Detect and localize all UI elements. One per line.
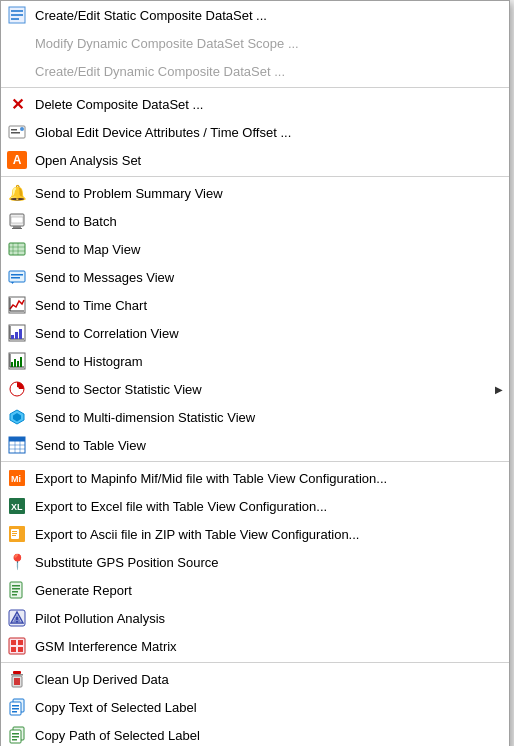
svg-rect-43 (9, 437, 25, 441)
copy-path-icon (5, 724, 29, 746)
clean-up-label: Clean Up Derived Data (35, 672, 503, 687)
export-ascii-label: Export to Ascii file in ZIP with Table V… (35, 527, 503, 542)
messages-icon (5, 266, 29, 288)
context-menu: Create/Edit Static Composite DataSet ...… (0, 0, 510, 746)
menu-item-send-correlation[interactable]: Send to Correlation View (1, 319, 509, 347)
svg-rect-15 (11, 277, 20, 279)
svg-rect-82 (12, 736, 19, 738)
menu-item-gsm-interference[interactable]: GSM Interference Matrix (1, 632, 509, 660)
separator-4 (1, 662, 509, 663)
menu-item-send-problem[interactable]: 🔔 Send to Problem Summary View (1, 179, 509, 207)
generate-report-label: Generate Report (35, 583, 503, 598)
pilot-pollution-label: Pilot Pollution Analysis (35, 611, 503, 626)
pilot-icon (5, 607, 29, 629)
menu-item-create-dynamic: Create/Edit Dynamic Composite DataSet ..… (1, 57, 509, 85)
problem-icon: 🔔 (5, 182, 29, 204)
menu-item-generate-report[interactable]: Generate Report (1, 576, 509, 604)
svg-rect-24 (15, 332, 18, 339)
send-messages-label: Send to Messages View (35, 270, 503, 285)
svg-rect-29 (11, 362, 13, 367)
menu-item-send-histogram[interactable]: Send to Histogram (1, 347, 509, 375)
menu-item-pilot-pollution[interactable]: Pilot Pollution Analysis (1, 604, 509, 632)
menu-item-send-multidim[interactable]: Send to Multi-dimension Statistic View (1, 403, 509, 431)
menu-item-send-map[interactable]: Send to Map View (1, 235, 509, 263)
svg-rect-51 (12, 533, 17, 534)
modify-dynamic-icon (5, 32, 29, 54)
svg-rect-68 (13, 671, 21, 674)
separator-3 (1, 461, 509, 462)
separator-1 (1, 87, 509, 88)
open-analysis-label: Open Analysis Set (35, 153, 503, 168)
svg-rect-54 (12, 585, 20, 587)
open-analysis-icon: A (5, 149, 29, 171)
svg-rect-69 (11, 674, 23, 676)
global-edit-icon (5, 121, 29, 143)
svg-rect-3 (11, 18, 19, 20)
menu-item-open-analysis[interactable]: A Open Analysis Set (1, 146, 509, 174)
gps-icon: 📍 (5, 551, 29, 573)
svg-marker-16 (11, 282, 14, 284)
send-histogram-label: Send to Histogram (35, 354, 503, 369)
svg-rect-14 (11, 274, 23, 276)
svg-rect-50 (12, 531, 17, 532)
delete-composite-label: Delete Composite DataSet ... (35, 97, 503, 112)
export-excel-label: Export to Excel file with Table View Con… (35, 499, 503, 514)
substitute-gps-label: Substitute GPS Position Source (35, 555, 503, 570)
map-icon (5, 238, 29, 260)
menu-item-send-timechart[interactable]: Send to Time Chart (1, 291, 509, 319)
send-sector-label: Send to Sector Statistic View (35, 382, 495, 397)
create-static-label: Create/Edit Static Composite DataSet ... (35, 8, 503, 23)
svg-point-34 (15, 387, 19, 391)
svg-rect-6 (11, 132, 20, 134)
menu-item-export-mapinfo[interactable]: Mi Export to Mapinfo Mif/Mid file with T… (1, 464, 509, 492)
svg-rect-83 (12, 739, 17, 741)
svg-rect-10 (12, 228, 22, 229)
create-dynamic-label: Create/Edit Dynamic Composite DataSet ..… (35, 64, 503, 79)
create-dynamic-icon (5, 60, 29, 82)
excel-icon: XL (5, 495, 29, 517)
send-correlation-label: Send to Correlation View (35, 326, 503, 341)
menu-item-create-edit-static[interactable]: Create/Edit Static Composite DataSet ... (1, 1, 509, 29)
menu-item-send-table[interactable]: Send to Table View (1, 431, 509, 459)
svg-rect-78 (12, 711, 17, 713)
mapinfo-icon: Mi (5, 467, 29, 489)
create-static-icon (5, 4, 29, 26)
menu-item-global-edit[interactable]: Global Edit Device Attributes / Time Off… (1, 118, 509, 146)
menu-item-send-messages[interactable]: Send to Messages View (1, 263, 509, 291)
svg-rect-30 (14, 359, 16, 367)
menu-item-modify-dynamic: Modify Dynamic Composite DataSet Scope .… (1, 29, 509, 57)
sector-submenu-arrow: ▶ (495, 384, 503, 395)
svg-rect-57 (12, 594, 17, 596)
menu-item-send-sector[interactable]: Send to Sector Statistic View ▶ (1, 375, 509, 403)
menu-item-export-excel[interactable]: XL Export to Excel file with Table View … (1, 492, 509, 520)
copy-text-label: Copy Text of Selected Label (35, 700, 503, 715)
menu-item-send-batch[interactable]: Send to Batch (1, 207, 509, 235)
svg-rect-31 (17, 361, 19, 367)
copy-path-label: Copy Path of Selected Label (35, 728, 503, 743)
menu-item-delete-composite[interactable]: ✕ Delete Composite DataSet ... (1, 90, 509, 118)
svg-rect-66 (11, 647, 16, 652)
svg-rect-62 (16, 621, 18, 623)
svg-rect-25 (19, 329, 22, 339)
svg-rect-56 (12, 591, 18, 593)
svg-rect-77 (12, 708, 19, 710)
sector-icon (5, 378, 29, 400)
multidim-icon (5, 406, 29, 428)
svg-rect-52 (12, 535, 16, 536)
menu-item-clean-up[interactable]: Clean Up Derived Data (1, 665, 509, 693)
svg-rect-1 (11, 10, 23, 12)
menu-item-substitute-gps[interactable]: 📍 Substitute GPS Position Source (1, 548, 509, 576)
svg-rect-9 (13, 226, 21, 228)
svg-rect-67 (18, 647, 23, 652)
gsm-icon (5, 635, 29, 657)
svg-rect-12 (9, 243, 25, 255)
send-timechart-label: Send to Time Chart (35, 298, 503, 313)
menu-item-export-ascii[interactable]: Export to Ascii file in ZIP with Table V… (1, 520, 509, 548)
svg-rect-13 (9, 271, 25, 282)
menu-item-copy-path[interactable]: Copy Path of Selected Label (1, 721, 509, 746)
menu-item-copy-text[interactable]: Copy Text of Selected Label (1, 693, 509, 721)
svg-rect-76 (12, 705, 19, 707)
svg-point-7 (20, 127, 24, 131)
global-edit-label: Global Edit Device Attributes / Time Off… (35, 125, 503, 140)
send-table-label: Send to Table View (35, 438, 503, 453)
